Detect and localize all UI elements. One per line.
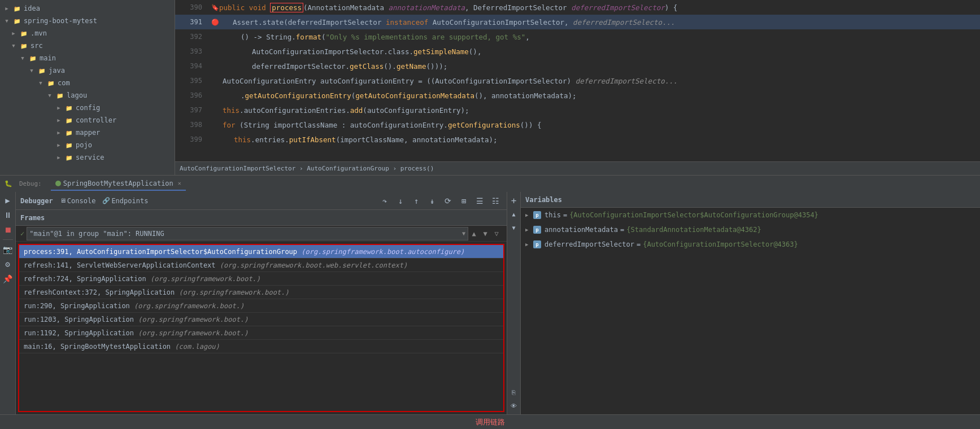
file-tree: ▶ 📁 idea ▼ 📁 spring-boot-mytest ▶ 📁 .mvn… xyxy=(0,0,175,175)
toolbar-threads[interactable]: ☷ xyxy=(489,194,502,208)
console-tab[interactable]: 🖥 Console xyxy=(60,197,96,205)
toolbar-step-over[interactable]: ↷ xyxy=(378,194,391,208)
var-item-annotationmetadata[interactable]: ▶ p annotationMetadata = {StandardAnnota… xyxy=(521,222,980,237)
tree-item-lagou[interactable]: ▼ 📁 lagou xyxy=(0,89,175,102)
frames-panel: Debugger 🖥 Console 🔗 Endpoints ↷ ↓ ↑ ↡ ⟳… xyxy=(16,192,507,414)
tree-item-controller[interactable]: ▶ 📁 controller xyxy=(0,114,175,126)
frame-item-0[interactable]: process:391, AutoConfigurationImportSele… xyxy=(19,245,503,259)
breadcrumb-text: AutoConfigurationImportSelector › AutoCo… xyxy=(180,165,434,172)
folder-icon-java: 📁 xyxy=(37,66,46,75)
endpoints-tab[interactable]: 🔗 Endpoints xyxy=(102,197,148,205)
line-num-390: 390 xyxy=(180,3,202,11)
folder-icon-src: 📁 xyxy=(19,41,28,50)
var-item-this[interactable]: ▶ p this = {AutoConfigurationImportSelec… xyxy=(521,208,980,222)
line-num-396: 396 xyxy=(180,91,202,99)
tree-arrow-config: ▶ xyxy=(54,103,63,112)
tree-arrow-service: ▶ xyxy=(54,153,63,162)
tree-item-src[interactable]: ▼ 📁 src xyxy=(0,40,175,52)
code-line-390: 390 🔖 public void process(AnnotationMeta… xyxy=(175,0,980,15)
code-line-395: 395 AutoConfigurationEntry autoConfigura… xyxy=(175,73,980,88)
tree-arrow-java: ▼ xyxy=(27,66,36,75)
var-eq-this: = xyxy=(563,211,567,219)
toolbar-step-into[interactable]: ↓ xyxy=(394,194,407,208)
stop-btn[interactable]: ⏹ xyxy=(2,224,14,236)
debugger-tab[interactable]: Debugger xyxy=(20,197,53,205)
add-var-btn[interactable]: + xyxy=(508,194,520,207)
scroll-up-btn[interactable]: ▲ xyxy=(508,208,520,220)
scroll-down-btn[interactable]: ▼ xyxy=(508,221,520,234)
folder-icon-mapper: 📁 xyxy=(64,128,73,137)
tree-label-main: main xyxy=(40,54,56,62)
frame-method-7: main:16, SpringBootMytestApplication xyxy=(24,343,171,351)
folder-icon-mvn: 📁 xyxy=(19,29,28,38)
thread-filter-btn[interactable]: ▽ xyxy=(491,228,502,239)
tree-label-pojo: pojo xyxy=(76,141,92,149)
camera-btn[interactable]: 📷 xyxy=(2,243,14,256)
code-text-391: Assert.state(deferredImportSelector inst… xyxy=(221,18,675,27)
line-num-392: 392 xyxy=(180,33,202,41)
tree-item-pojo[interactable]: ▶ 📁 pojo xyxy=(0,139,175,151)
frame-item-5[interactable]: run:1203, SpringApplication (org.springf… xyxy=(19,313,503,326)
tree-item-config[interactable]: ▶ 📁 config xyxy=(0,102,175,114)
tree-item-main[interactable]: ▼ 📁 main xyxy=(0,52,175,64)
toolbar-evaluate[interactable]: ⟳ xyxy=(441,194,455,208)
resume-btn[interactable]: ▶ xyxy=(2,194,14,207)
debug-left-controls: ▶ ⏸ ⏹ 📷 ⚙ 📌 xyxy=(0,192,16,414)
thread-down-btn[interactable]: ▼ xyxy=(480,228,491,239)
tree-arrow-pojo: ▶ xyxy=(54,141,63,150)
var-item-deferredimportselector[interactable]: ▶ p deferredImportSelector = {AutoConfig… xyxy=(521,237,980,252)
frame-item-2[interactable]: refresh:724, SpringApplication (org.spri… xyxy=(19,272,503,286)
pause-btn[interactable]: ⏸ xyxy=(2,209,14,221)
toolbar-restore-layout[interactable]: ⊞ xyxy=(457,194,471,208)
tree-item-project[interactable]: ▼ 📁 spring-boot-mytest xyxy=(0,15,175,27)
watch-btn[interactable]: 👁 xyxy=(508,400,520,412)
copy-btn[interactable]: ⎘ xyxy=(508,386,520,399)
variables-panel: Variables ▶ p this = {AutoConfigurationI… xyxy=(521,192,980,414)
tree-item-java[interactable]: ▼ 📁 java xyxy=(0,64,175,77)
line-num-395: 395 xyxy=(180,77,202,85)
tab-close-btn[interactable]: ✕ xyxy=(178,180,181,186)
line-num-399: 399 xyxy=(180,135,202,143)
folder-icon-service: 📁 xyxy=(64,153,73,162)
side-scroll-controls: + ▲ ▼ ⎘ 👁 xyxy=(507,192,521,414)
tab-springboot-application[interactable]: SpringBootMytestApplication ✕ xyxy=(51,177,186,191)
tree-item-service[interactable]: ▶ 📁 service xyxy=(0,151,175,164)
tree-label-project: spring-boot-mytest xyxy=(24,17,97,25)
folder-icon-com: 📁 xyxy=(46,78,55,87)
tree-item-mvn[interactable]: ▶ 📁 .mvn xyxy=(0,27,175,40)
frame-item-1[interactable]: refresh:141, ServletWebServerApplication… xyxy=(19,259,503,272)
frame-item-3[interactable]: refreshContext:372, SpringApplication (o… xyxy=(19,286,503,299)
var-val-annotation: {StandardAnnotationMetadata@4362} xyxy=(626,226,761,234)
thread-selector[interactable]: "main"@1 in group "main": RUNNING ▼ xyxy=(27,227,468,240)
frame-item-4[interactable]: run:290, SpringApplication (org.springfr… xyxy=(19,299,503,313)
folder-icon-pojo: 📁 xyxy=(64,141,73,150)
tree-arrow-idea: ▶ xyxy=(2,4,11,13)
var-name-deferred: deferredImportSelector xyxy=(545,240,634,248)
code-line-394: 394 deferredImportSelector.getClass().ge… xyxy=(175,59,980,73)
variables-label: Variables xyxy=(525,196,562,204)
status-bar: 调用链路 xyxy=(0,414,980,429)
code-text-394: deferredImportSelector.getClass().getNam… xyxy=(211,62,447,71)
folder-icon-lagou: 📁 xyxy=(55,91,64,100)
code-line-398: 398 for (String importClassName : autoCo… xyxy=(175,117,980,132)
code-line-391: 391 🔴 Assert.state(deferredImportSelecto… xyxy=(175,15,980,29)
tree-label-lagou: lagou xyxy=(67,91,87,99)
top-area: ▶ 📁 idea ▼ 📁 spring-boot-mytest ▶ 📁 .mvn… xyxy=(0,0,980,175)
code-text-396: .getAutoConfigurationEntry(getAutoConfig… xyxy=(211,91,577,100)
tree-item-mapper[interactable]: ▶ 📁 mapper xyxy=(0,126,175,139)
code-editor: 390 🔖 public void process(AnnotationMeta… xyxy=(175,0,980,175)
debug-arrow: 🔴 xyxy=(211,19,219,26)
pin-btn[interactable]: 📌 xyxy=(2,273,14,285)
settings-btn[interactable]: ⚙ xyxy=(2,258,14,270)
toolbar-step-out[interactable]: ↑ xyxy=(410,194,423,208)
tree-item-idea[interactable]: ▶ 📁 idea xyxy=(0,2,175,15)
toolbar-frames[interactable]: ☰ xyxy=(473,194,486,208)
toolbar-run-cursor[interactable]: ↡ xyxy=(425,194,439,208)
thread-up-btn[interactable]: ▲ xyxy=(468,228,480,239)
breadcrumb-bar: AutoConfigurationImportSelector › AutoCo… xyxy=(175,161,980,175)
frame-item-6[interactable]: run:1192, SpringApplication (org.springf… xyxy=(19,326,503,340)
tree-item-com[interactable]: ▼ 📁 com xyxy=(0,77,175,89)
frames-toolbar: Debugger 🖥 Console 🔗 Endpoints ↷ ↓ ↑ ↡ ⟳… xyxy=(16,192,507,210)
frame-item-7[interactable]: main:16, SpringBootMytestApplication (co… xyxy=(19,340,503,353)
frame-class-6: (org.springframework.boot.) xyxy=(138,329,248,337)
